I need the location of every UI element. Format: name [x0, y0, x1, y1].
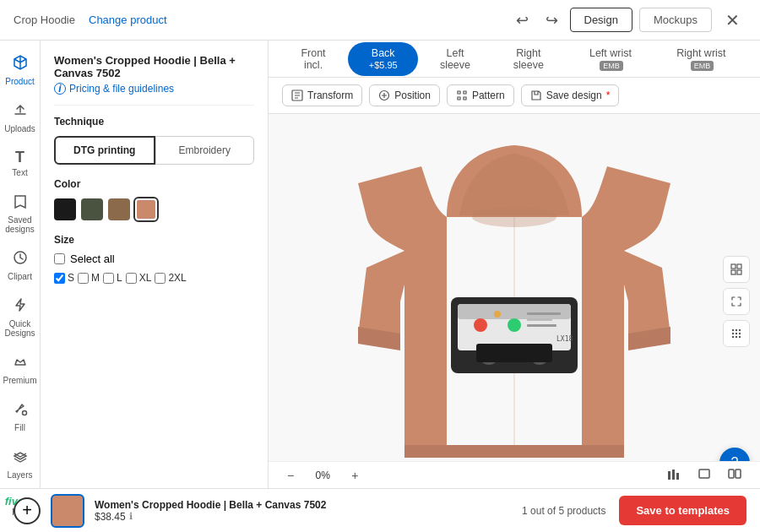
size-s-checkbox[interactable] [54, 273, 65, 284]
tab-left-sleeve[interactable]: Left sleeve [421, 42, 488, 76]
quick-designs-icon [12, 296, 29, 318]
tab-right-wrist[interactable]: Right wrist EMB [656, 42, 746, 76]
swatch-terracotta[interactable] [135, 198, 157, 220]
pattern-icon [456, 90, 468, 101]
size-m-checkbox[interactable] [78, 273, 89, 284]
select-all-row: Select all [54, 252, 254, 265]
bar-chart-button[interactable] [662, 466, 686, 484]
undo-button[interactable]: ↩ [511, 6, 534, 35]
size-l-checkbox[interactable] [103, 273, 114, 284]
topbar-left: Crop Hoodie Change product [14, 14, 167, 26]
topbar-title-active[interactable]: Change product [89, 14, 167, 26]
size-s-label: S [68, 272, 74, 284]
size-item-2xl: 2XL [155, 272, 186, 284]
size-item-m: M [78, 272, 100, 284]
sidebar-item-text[interactable]: T Text [2, 142, 39, 184]
dots-button[interactable] [723, 320, 750, 347]
svg-rect-19 [527, 312, 561, 315]
clipart-icon [12, 249, 29, 270]
select-all-label: Select all [70, 252, 115, 265]
svg-rect-38 [676, 473, 679, 480]
size-xl-checkbox[interactable] [126, 273, 137, 284]
pricing-link[interactable]: i Pricing & file guidelines [54, 83, 254, 95]
svg-rect-15 [476, 344, 552, 362]
topbar-title-inactive: Crop Hoodie [14, 14, 75, 26]
tab-front[interactable]: Front incl. [282, 42, 345, 76]
sidebar-item-quick[interactable]: Quick Designs [2, 290, 39, 345]
svg-rect-23 [731, 264, 736, 269]
zoom-plus-button[interactable]: + [346, 467, 363, 484]
sidebar-item-premium[interactable]: Premium [2, 346, 39, 392]
sidebar-label-clipart: Clipart [8, 272, 32, 281]
design-tab-button[interactable]: Design [570, 8, 632, 32]
sidebar-item-fill[interactable]: Fill [2, 394, 39, 439]
sidebar-label-layers: Layers [7, 470, 32, 480]
price-info-icon[interactable]: ℹ [129, 511, 133, 522]
sidebar-label-saved: Saved designs [5, 215, 35, 234]
redo-button[interactable]: ↪ [540, 6, 563, 35]
tab-left-wrist[interactable]: Left wrist EMB [568, 42, 653, 76]
technique-buttons: DTG printing Embroidery [54, 136, 254, 165]
swatch-olive[interactable] [81, 198, 103, 220]
mockups-tab-button[interactable]: Mockups [639, 8, 712, 32]
transform-button[interactable]: Transform [282, 84, 362, 106]
tab-back[interactable]: Back +$5.95 [348, 42, 418, 76]
sidebar-label-uploads: Uploads [4, 124, 35, 133]
save-design-button[interactable]: Save design* [521, 84, 620, 106]
sidebar-item-uploads[interactable]: Uploads [2, 95, 39, 140]
select-all-checkbox[interactable] [54, 253, 65, 264]
view-single-button[interactable] [692, 466, 716, 484]
size-2xl-checkbox[interactable] [155, 273, 166, 284]
swatch-brown[interactable] [108, 198, 130, 220]
grid-view-button[interactable] [723, 256, 750, 283]
sidebar-item-clipart[interactable]: Clipart [2, 242, 39, 288]
size-2xl-label: 2XL [168, 272, 186, 284]
embroidery-button[interactable]: Embroidery [155, 136, 255, 165]
info-icon: i [54, 83, 66, 95]
technique-label: Technique [54, 116, 254, 128]
swatch-black[interactable] [54, 198, 76, 220]
sidebar-item-product[interactable]: Product [2, 47, 39, 93]
size-checkboxes: S M L XL 2XL [54, 272, 254, 284]
svg-point-33 [732, 335, 734, 337]
add-product-button[interactable]: + [14, 497, 41, 524]
zoom-bar: − 0% + [269, 461, 760, 488]
bottom-bar: + Women's Cropped Hoodie | Bella + Canva… [0, 488, 760, 532]
close-button[interactable]: ✕ [719, 7, 746, 34]
zoom-minus-button[interactable]: − [282, 467, 299, 484]
dots-icon [730, 328, 742, 339]
view-tab-bar: Front incl. Back +$5.95 Left sleeve Righ… [269, 41, 760, 78]
size-item-s: S [54, 272, 74, 284]
product-name: Women's Cropped Hoodie | Bella + Canvas … [54, 54, 254, 79]
svg-point-31 [736, 332, 737, 334]
view-split-button[interactable] [723, 466, 746, 484]
tab-right-sleeve[interactable]: Right sleeve [491, 42, 565, 76]
svg-rect-36 [668, 471, 670, 480]
bottom-product-name: Women's Cropped Hoodie | Bella + Canvas … [95, 499, 326, 511]
dtg-button[interactable]: DTG printing [54, 136, 155, 165]
svg-rect-41 [736, 470, 741, 478]
canvas-viewport: LX18 ? [269, 114, 760, 488]
uploads-icon [12, 101, 29, 122]
bottom-right: 1 out of 5 products Save to templates [522, 496, 746, 525]
svg-rect-39 [699, 470, 709, 478]
transform-icon [291, 90, 303, 101]
split-view-icon [728, 468, 741, 480]
saved-icon [12, 193, 29, 214]
position-label: Position [394, 90, 431, 101]
canvas-area: Front incl. Back +$5.95 Left sleeve Righ… [269, 41, 760, 488]
svg-text:LX18: LX18 [556, 335, 573, 343]
sidebar-item-saved[interactable]: Saved designs [2, 186, 39, 241]
svg-point-28 [736, 328, 737, 330]
products-count: 1 out of 5 products [522, 505, 605, 517]
expand-button[interactable] [723, 288, 750, 315]
sidebar-item-layers[interactable]: Layers [2, 441, 39, 486]
pattern-button[interactable]: Pattern [447, 84, 514, 106]
save-templates-button[interactable]: Save to templates [619, 496, 746, 525]
back-price: +$5.95 [369, 60, 398, 70]
position-button[interactable]: Position [369, 84, 440, 106]
transform-label: Transform [307, 90, 353, 101]
save-design-icon [530, 90, 542, 101]
divider-1 [54, 105, 254, 106]
position-icon [378, 90, 390, 101]
